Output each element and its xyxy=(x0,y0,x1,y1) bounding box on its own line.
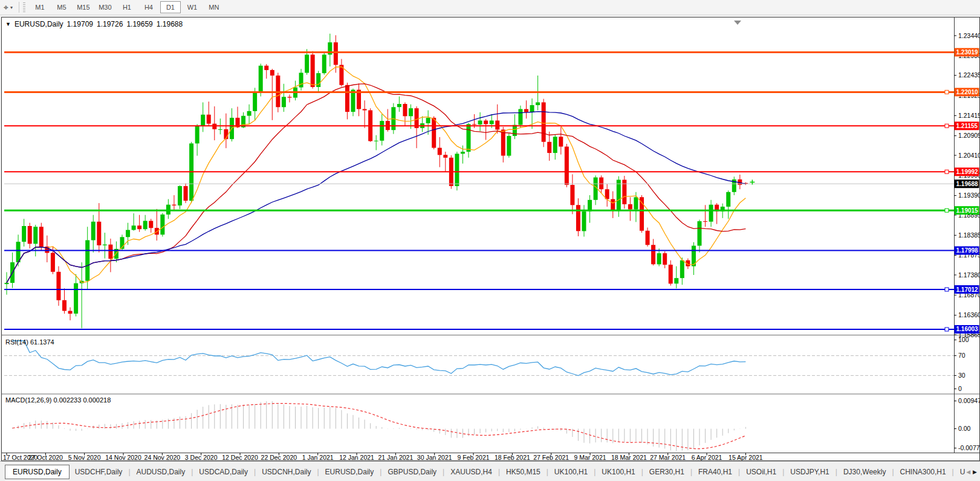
hline-handle[interactable] xyxy=(945,124,949,128)
hline-badge-label: 1.16003 xyxy=(956,326,979,332)
date-label: 27 Feb 2021 xyxy=(533,454,569,461)
tab-audusd-daily[interactable]: AUDUSD,Daily xyxy=(131,466,191,478)
candle-body xyxy=(16,242,21,262)
timeframe-button-d1[interactable]: D1 xyxy=(160,1,181,13)
timeframe-button-m15[interactable]: M15 xyxy=(73,1,94,13)
horizontal-lines: 1.230191.220101.211551.199921.190151.179… xyxy=(4,48,979,334)
candle-body xyxy=(403,104,407,116)
candle-body xyxy=(195,126,200,144)
candle-body xyxy=(513,125,517,136)
candle-body xyxy=(651,245,655,264)
hline-handle[interactable] xyxy=(945,208,949,212)
hline-badge-label: 1.22010 xyxy=(956,89,979,95)
candle-body xyxy=(282,97,286,107)
timeframe-button-h4[interactable]: H4 xyxy=(138,1,159,13)
timeframe-button-m1[interactable]: M1 xyxy=(30,1,50,13)
candle-body xyxy=(611,199,615,211)
tab-fra40-h1[interactable]: FRA40,H1 xyxy=(693,466,738,478)
tab-usoil-h1[interactable]: USOil,H1 xyxy=(741,466,782,478)
hline-badge-label: 1.19015 xyxy=(956,207,979,214)
candle-body xyxy=(663,253,667,265)
candle-body xyxy=(207,115,211,124)
tab-xauusd-h4[interactable]: XAUUSD,H4 xyxy=(445,466,498,478)
candle-body xyxy=(484,121,488,124)
tab-scroll-right-icon[interactable]: ▶ xyxy=(973,469,977,475)
tab-uk100-h1[interactable]: UK100,H1 xyxy=(596,466,640,478)
chart-close-value: 1.19688 xyxy=(157,20,183,28)
hline-handle[interactable] xyxy=(945,288,949,291)
date-label: 5 Nov 2020 xyxy=(68,454,101,461)
tab-u[interactable]: U xyxy=(955,466,966,478)
tab-uk100-h1[interactable]: UK100,H1 xyxy=(549,466,593,478)
candle-body xyxy=(576,205,580,231)
top-toolbar: ⌖ ▾ M1M5M15M30H1H4D1W1MN xyxy=(0,0,980,15)
chart-open-value: 1.19709 xyxy=(67,20,93,28)
tab-gbpusd-daily[interactable]: GBPUSD,Daily xyxy=(382,466,442,478)
hline-badge-label: 1.23019 xyxy=(956,49,979,56)
tab-eurusd-daily[interactable]: EURUSD,Daily xyxy=(320,466,380,478)
y-axis-label: 1.17380 xyxy=(958,271,979,279)
tab-ger30-h1[interactable]: GER30,H1 xyxy=(644,466,690,478)
candle-body xyxy=(322,54,326,73)
date-label: 30 Jan 2021 xyxy=(417,454,452,461)
candle-body xyxy=(68,311,73,314)
date-label: 22 Dec 2020 xyxy=(261,454,297,461)
tab-eurusd-daily[interactable]: EURUSD,Daily xyxy=(5,465,70,479)
y-axis-label: 1.19390 xyxy=(958,192,979,199)
price-chart-canvas[interactable]: 1.234401.229301.224351.219251.214151.209… xyxy=(2,18,979,460)
tab-usdjpy-h1[interactable]: USDJPY,H1 xyxy=(785,466,834,478)
hline-handle[interactable] xyxy=(945,328,949,331)
rsi-indicator-label: RSI(14) 61.1374 xyxy=(5,338,54,346)
candle-body xyxy=(565,147,569,185)
y-axis-label: 1.23440 xyxy=(958,32,979,39)
chart-shift-icon[interactable] xyxy=(734,21,741,25)
tab-usdchf-daily[interactable]: USDCHF,Daily xyxy=(70,466,128,478)
hline-badge-label: 1.21155 xyxy=(956,123,978,129)
hline-handle[interactable] xyxy=(945,170,949,173)
hline-badge-label: 1.19992 xyxy=(956,169,979,175)
candle-body xyxy=(108,245,112,259)
crosshair-tool-button[interactable]: ⌖ ▾ xyxy=(0,2,16,13)
date-label: 3 Dec 2020 xyxy=(185,454,218,461)
candle-body xyxy=(305,54,309,73)
candle-body xyxy=(270,70,274,76)
chevron-down-icon[interactable]: ▾ xyxy=(10,5,13,10)
candle-body xyxy=(542,102,546,141)
tab-china300-h1[interactable]: CHINA300,H1 xyxy=(895,466,952,478)
tab-dj30-weekly[interactable]: DJ30,Weekly xyxy=(838,466,891,478)
timeframe-button-m5[interactable]: M5 xyxy=(51,1,72,13)
tab-hk50-m15[interactable]: HK50,M15 xyxy=(501,466,546,478)
candle-body xyxy=(674,278,678,283)
candle-body xyxy=(518,109,522,125)
candle-body xyxy=(74,283,78,314)
candle-body xyxy=(507,136,511,156)
candle-body xyxy=(467,124,471,152)
tab-usdcad-daily[interactable]: USDCAD,Daily xyxy=(193,466,253,478)
date-label: 15 Apr 2021 xyxy=(729,454,763,461)
candle-body xyxy=(409,108,413,116)
chart-tabs: EURUSD,DailyUSDCHF,Daily|AUDUSD,Daily|US… xyxy=(0,465,966,479)
candle-body xyxy=(380,121,384,141)
macd-histogram xyxy=(7,401,745,451)
hline-handle[interactable] xyxy=(945,90,949,94)
timeframe-button-m30[interactable]: M30 xyxy=(95,1,115,13)
candle-body xyxy=(646,231,650,245)
candle-body xyxy=(455,153,459,186)
timeframe-button-mn[interactable]: MN xyxy=(204,1,224,13)
collapse-triangle-icon[interactable]: ▼ xyxy=(5,21,11,27)
candle-body xyxy=(247,111,251,116)
candle-body xyxy=(178,186,182,205)
macd-scale-label: 0.00 xyxy=(958,425,971,432)
candle-body xyxy=(622,180,626,205)
timeframe-button-h1[interactable]: H1 xyxy=(117,1,137,13)
toolbar-grip[interactable] xyxy=(23,2,25,12)
candle-body xyxy=(287,97,291,97)
tab-scroll-left-icon[interactable]: ◀ xyxy=(966,469,970,475)
candle-body xyxy=(501,130,505,156)
candle-body xyxy=(172,205,176,205)
date-label: 1 Jan 2021 xyxy=(302,454,334,461)
candle-body xyxy=(703,221,707,222)
tab-usdcnh-daily[interactable]: USDCNH,Daily xyxy=(256,466,316,478)
timeframe-button-w1[interactable]: W1 xyxy=(182,1,203,13)
candle-body xyxy=(495,121,499,130)
